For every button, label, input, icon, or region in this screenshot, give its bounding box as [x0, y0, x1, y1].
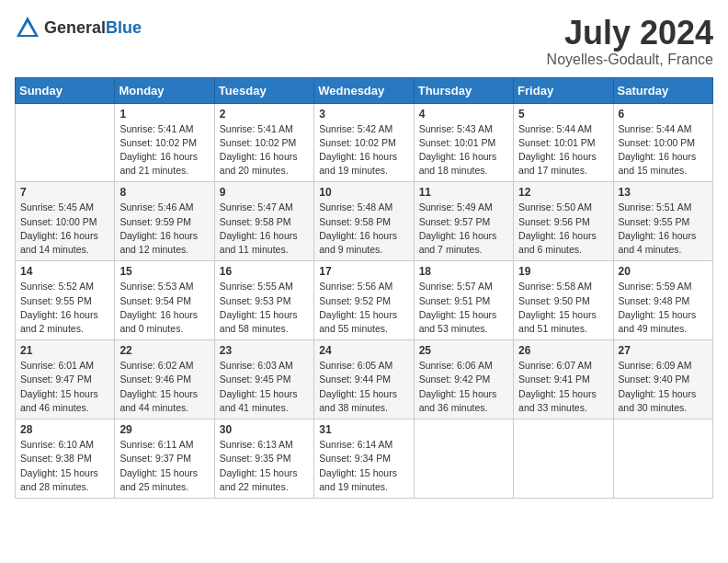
day-info: Sunrise: 5:44 AM Sunset: 10:00 PM Daylig… — [619, 122, 708, 178]
day-info: Sunrise: 6:01 AM Sunset: 9:47 PM Dayligh… — [20, 359, 109, 415]
calendar-cell: 3Sunrise: 5:42 AM Sunset: 10:02 PM Dayli… — [314, 103, 414, 182]
calendar-cell: 24Sunrise: 6:05 AM Sunset: 9:44 PM Dayli… — [314, 340, 414, 419]
calendar-cell: 9Sunrise: 5:47 AM Sunset: 9:58 PM Daylig… — [214, 182, 313, 261]
day-info: Sunrise: 5:41 AM Sunset: 10:02 PM Daylig… — [119, 122, 209, 178]
calendar-table: SundayMondayTuesdayWednesdayThursdayFrid… — [15, 77, 713, 499]
calendar-cell: 28Sunrise: 6:10 AM Sunset: 9:38 PM Dayli… — [16, 419, 115, 499]
day-info: Sunrise: 6:03 AM Sunset: 9:45 PM Dayligh… — [220, 359, 309, 415]
day-number: 17 — [319, 265, 408, 278]
calendar-cell — [414, 419, 513, 499]
logo-text-blue: Blue — [106, 18, 142, 37]
day-info: Sunrise: 6:11 AM Sunset: 9:37 PM Dayligh… — [119, 438, 209, 494]
day-number: 4 — [419, 108, 508, 121]
day-info: Sunrise: 5:47 AM Sunset: 9:58 PM Dayligh… — [220, 201, 309, 257]
page-header: GeneralBlue July 2024 Noyelles-Godault, … — [15, 15, 713, 68]
calendar-cell: 5Sunrise: 5:44 AM Sunset: 10:01 PM Dayli… — [514, 103, 613, 182]
day-number: 16 — [220, 265, 309, 278]
calendar-cell: 30Sunrise: 6:13 AM Sunset: 9:35 PM Dayli… — [214, 419, 313, 499]
calendar-cell: 7Sunrise: 5:45 AM Sunset: 10:00 PM Dayli… — [16, 182, 115, 261]
day-number: 12 — [518, 186, 608, 199]
day-info: Sunrise: 5:52 AM Sunset: 9:55 PM Dayligh… — [20, 280, 109, 336]
weekday-header-friday: Friday — [514, 77, 613, 103]
calendar-cell: 31Sunrise: 6:14 AM Sunset: 9:34 PM Dayli… — [314, 419, 414, 499]
day-info: Sunrise: 6:02 AM Sunset: 9:46 PM Dayligh… — [119, 359, 209, 415]
calendar-cell: 11Sunrise: 5:49 AM Sunset: 9:57 PM Dayli… — [414, 182, 513, 261]
calendar-cell: 1Sunrise: 5:41 AM Sunset: 10:02 PM Dayli… — [115, 103, 214, 182]
calendar-location: Noyelles-Godault, France — [547, 52, 713, 68]
weekday-header-tuesday: Tuesday — [214, 77, 313, 103]
calendar-week-row: 14Sunrise: 5:52 AM Sunset: 9:55 PM Dayli… — [16, 261, 713, 340]
calendar-cell: 13Sunrise: 5:51 AM Sunset: 9:55 PM Dayli… — [613, 182, 712, 261]
calendar-week-row: 7Sunrise: 5:45 AM Sunset: 10:00 PM Dayli… — [16, 182, 713, 261]
day-info: Sunrise: 5:44 AM Sunset: 10:01 PM Daylig… — [518, 122, 608, 178]
day-number: 23 — [220, 344, 309, 357]
day-info: Sunrise: 5:42 AM Sunset: 10:02 PM Daylig… — [319, 122, 408, 178]
day-info: Sunrise: 6:05 AM Sunset: 9:44 PM Dayligh… — [319, 359, 408, 415]
calendar-cell: 16Sunrise: 5:55 AM Sunset: 9:53 PM Dayli… — [214, 261, 313, 340]
day-number: 3 — [319, 108, 408, 121]
calendar-week-row: 21Sunrise: 6:01 AM Sunset: 9:47 PM Dayli… — [16, 340, 713, 419]
day-number: 9 — [220, 186, 309, 199]
day-info: Sunrise: 6:10 AM Sunset: 9:38 PM Dayligh… — [20, 438, 109, 494]
day-number: 5 — [518, 108, 608, 121]
day-info: Sunrise: 6:07 AM Sunset: 9:41 PM Dayligh… — [518, 359, 608, 415]
calendar-cell: 23Sunrise: 6:03 AM Sunset: 9:45 PM Dayli… — [214, 340, 313, 419]
day-number: 24 — [319, 344, 408, 357]
day-info: Sunrise: 6:06 AM Sunset: 9:42 PM Dayligh… — [419, 359, 508, 415]
day-info: Sunrise: 5:51 AM Sunset: 9:55 PM Dayligh… — [619, 201, 708, 257]
calendar-cell: 27Sunrise: 6:09 AM Sunset: 9:40 PM Dayli… — [613, 340, 712, 419]
weekday-header-monday: Monday — [115, 77, 214, 103]
day-info: Sunrise: 5:57 AM Sunset: 9:51 PM Dayligh… — [419, 280, 508, 336]
calendar-cell — [613, 419, 712, 499]
day-number: 22 — [119, 344, 209, 357]
day-number: 8 — [119, 186, 209, 199]
logo-text-general: General — [44, 18, 106, 37]
day-number: 13 — [619, 186, 708, 199]
day-number: 15 — [119, 265, 209, 278]
weekday-header-thursday: Thursday — [414, 77, 513, 103]
day-number: 19 — [518, 265, 608, 278]
day-info: Sunrise: 5:55 AM Sunset: 9:53 PM Dayligh… — [220, 280, 309, 336]
day-info: Sunrise: 5:43 AM Sunset: 10:01 PM Daylig… — [419, 122, 508, 178]
day-number: 18 — [419, 265, 508, 278]
weekday-header-wednesday: Wednesday — [314, 77, 414, 103]
day-info: Sunrise: 5:58 AM Sunset: 9:50 PM Dayligh… — [518, 280, 608, 336]
weekday-header-saturday: Saturday — [613, 77, 712, 103]
day-number: 14 — [20, 265, 109, 278]
calendar-cell: 15Sunrise: 5:53 AM Sunset: 9:54 PM Dayli… — [115, 261, 214, 340]
logo: GeneralBlue — [15, 15, 142, 40]
day-number: 25 — [419, 344, 508, 357]
day-number: 11 — [419, 186, 508, 199]
day-number: 7 — [20, 186, 109, 199]
day-number: 28 — [20, 423, 109, 436]
calendar-cell: 12Sunrise: 5:50 AM Sunset: 9:56 PM Dayli… — [514, 182, 613, 261]
day-number: 29 — [119, 423, 209, 436]
calendar-cell: 6Sunrise: 5:44 AM Sunset: 10:00 PM Dayli… — [613, 103, 712, 182]
day-info: Sunrise: 5:49 AM Sunset: 9:57 PM Dayligh… — [419, 201, 508, 257]
day-info: Sunrise: 6:09 AM Sunset: 9:40 PM Dayligh… — [619, 359, 708, 415]
day-number: 1 — [119, 108, 209, 121]
day-info: Sunrise: 5:59 AM Sunset: 9:48 PM Dayligh… — [619, 280, 708, 336]
day-number: 27 — [619, 344, 708, 357]
calendar-cell: 4Sunrise: 5:43 AM Sunset: 10:01 PM Dayli… — [414, 103, 513, 182]
calendar-cell: 26Sunrise: 6:07 AM Sunset: 9:41 PM Dayli… — [514, 340, 613, 419]
day-number: 30 — [220, 423, 309, 436]
calendar-cell: 8Sunrise: 5:46 AM Sunset: 9:59 PM Daylig… — [115, 182, 214, 261]
title-block: July 2024 Noyelles-Godault, France — [547, 15, 713, 68]
day-number: 6 — [619, 108, 708, 121]
calendar-week-row: 1Sunrise: 5:41 AM Sunset: 10:02 PM Dayli… — [16, 103, 713, 182]
day-number: 20 — [619, 265, 708, 278]
weekday-header-row: SundayMondayTuesdayWednesdayThursdayFrid… — [16, 77, 713, 103]
day-info: Sunrise: 5:46 AM Sunset: 9:59 PM Dayligh… — [119, 201, 209, 257]
day-info: Sunrise: 5:53 AM Sunset: 9:54 PM Dayligh… — [119, 280, 209, 336]
weekday-header-sunday: Sunday — [16, 77, 115, 103]
logo-icon — [15, 15, 40, 40]
day-number: 10 — [319, 186, 408, 199]
day-info: Sunrise: 5:41 AM Sunset: 10:02 PM Daylig… — [220, 122, 309, 178]
day-info: Sunrise: 5:56 AM Sunset: 9:52 PM Dayligh… — [319, 280, 408, 336]
calendar-cell — [514, 419, 613, 499]
day-info: Sunrise: 6:13 AM Sunset: 9:35 PM Dayligh… — [220, 438, 309, 494]
day-number: 2 — [220, 108, 309, 121]
calendar-week-row: 28Sunrise: 6:10 AM Sunset: 9:38 PM Dayli… — [16, 419, 713, 499]
calendar-cell: 10Sunrise: 5:48 AM Sunset: 9:58 PM Dayli… — [314, 182, 414, 261]
